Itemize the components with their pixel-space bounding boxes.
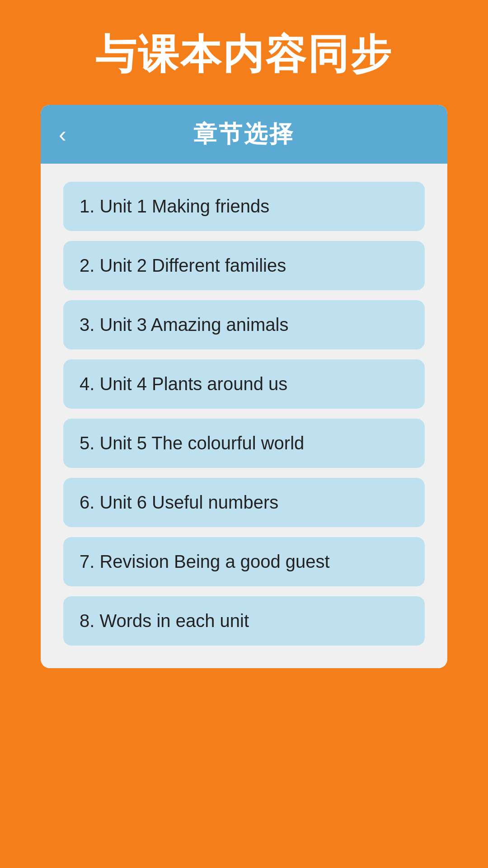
- list-item-text: 3. Unit 3 Amazing animals: [80, 315, 288, 335]
- list-item[interactable]: 3. Unit 3 Amazing animals: [63, 300, 425, 349]
- chapter-selection-card: ‹ 章节选择 1. Unit 1 Making friends2. Unit 2…: [41, 105, 447, 668]
- list-item-text: 6. Unit 6 Useful numbers: [80, 492, 278, 512]
- list-item[interactable]: 2. Unit 2 Different families: [63, 241, 425, 290]
- list-item[interactable]: 6. Unit 6 Useful numbers: [63, 478, 425, 527]
- back-button[interactable]: ‹: [59, 121, 66, 147]
- list-item-text: 1. Unit 1 Making friends: [80, 196, 269, 216]
- list-item-text: 4. Unit 4 Plants around us: [80, 374, 287, 394]
- list-item-text: 5. Unit 5 The colourful world: [80, 433, 304, 453]
- list-item[interactable]: 1. Unit 1 Making friends: [63, 182, 425, 231]
- list-item-text: 8. Words in each unit: [80, 611, 249, 631]
- card-header-title: 章节选择: [193, 118, 295, 150]
- list-item-text: 2. Unit 2 Different families: [80, 255, 286, 275]
- card-header: ‹ 章节选择: [41, 105, 447, 164]
- list-item[interactable]: 8. Words in each unit: [63, 596, 425, 646]
- chapter-list: 1. Unit 1 Making friends2. Unit 2 Differ…: [41, 164, 447, 668]
- list-item[interactable]: 4. Unit 4 Plants around us: [63, 359, 425, 409]
- list-item[interactable]: 5. Unit 5 The colourful world: [63, 419, 425, 468]
- list-item-text: 7. Revision Being a good guest: [80, 552, 330, 571]
- page-top-title: 与课本内容同步: [77, 0, 411, 105]
- list-item[interactable]: 7. Revision Being a good guest: [63, 537, 425, 586]
